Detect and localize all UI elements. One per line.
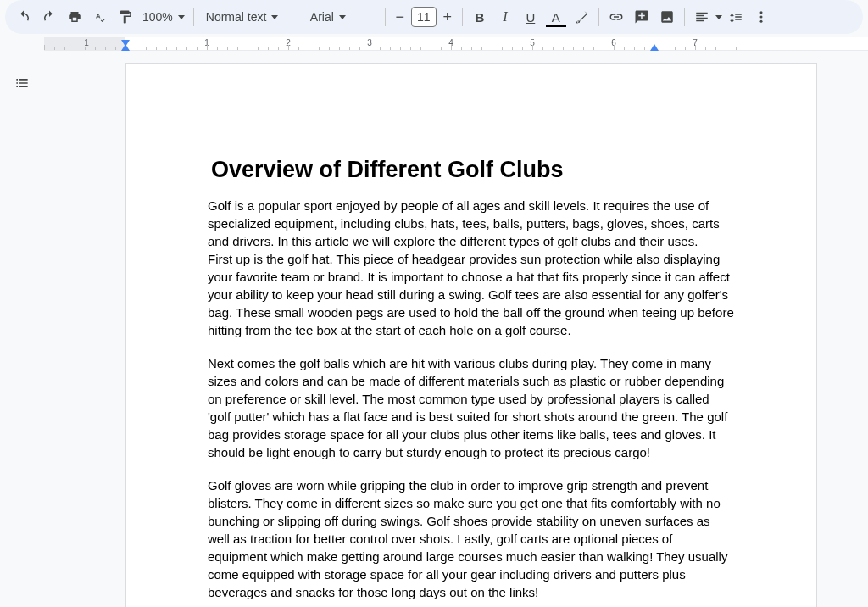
- ruler-tick: [54, 47, 55, 50]
- ruler-tick: [105, 47, 106, 50]
- ruler-tick: [410, 47, 411, 50]
- ruler-tick: [522, 47, 523, 50]
- toolbar: 100% Normal text Arial − + B I U A: [5, 0, 863, 34]
- paragraph[interactable]: Next comes the golf balls which are hit …: [208, 354, 735, 461]
- ruler-tick: [624, 47, 625, 50]
- font-size-input[interactable]: [411, 7, 437, 27]
- ruler-tick: [593, 47, 594, 50]
- chevron-down-icon: [339, 15, 346, 19]
- ruler-tick: [176, 47, 177, 50]
- zoom-value: 100%: [142, 10, 173, 24]
- spellcheck-button[interactable]: [88, 5, 112, 29]
- svg-point-1: [760, 16, 762, 19]
- paragraph-style-dropdown[interactable]: Normal text: [199, 10, 292, 24]
- ruler-tick: [258, 47, 259, 50]
- separator: [193, 8, 194, 26]
- separator: [298, 8, 298, 26]
- paragraph-style-value: Normal text: [206, 10, 267, 24]
- paint-format-button[interactable]: [114, 5, 137, 29]
- insert-link-button[interactable]: [604, 5, 628, 29]
- chevron-down-icon: [271, 15, 278, 19]
- document-title[interactable]: Overview of Different Golf Clubs: [211, 157, 735, 183]
- ruler-tick: [715, 47, 716, 50]
- paragraph[interactable]: Golf gloves are worn while gripping the …: [208, 476, 735, 601]
- redo-button[interactable]: [37, 5, 61, 29]
- insert-image-button[interactable]: [655, 5, 679, 29]
- underline-button[interactable]: U: [519, 5, 542, 29]
- zoom-dropdown[interactable]: 100%: [139, 10, 188, 24]
- ruler-tick: [665, 47, 665, 50]
- ruler-tick: [197, 47, 198, 50]
- document-body[interactable]: Golf is a popular sport enjoyed by peopl…: [208, 197, 735, 601]
- separator: [462, 8, 463, 26]
- ruler-tick: [85, 47, 86, 50]
- separator: [684, 8, 685, 26]
- ruler-tick: [736, 47, 737, 50]
- font-dropdown[interactable]: Arial: [303, 10, 380, 24]
- chevron-down-icon: [715, 15, 722, 19]
- ruler-tick: [186, 47, 187, 50]
- left-indent-marker[interactable]: [121, 44, 130, 51]
- bold-button[interactable]: B: [468, 5, 492, 29]
- left-rail: [0, 51, 44, 607]
- ruler-tick: [75, 47, 75, 50]
- document-outline-button[interactable]: [10, 71, 34, 95]
- ruler-tick: [675, 47, 676, 50]
- ruler-tick: [136, 47, 136, 50]
- ruler-tick: [146, 47, 147, 50]
- ruler-tick: [451, 45, 452, 50]
- chevron-down-icon: [178, 15, 185, 19]
- italic-button[interactable]: I: [493, 5, 517, 29]
- print-button[interactable]: [63, 5, 86, 29]
- line-spacing-button[interactable]: [724, 5, 748, 29]
- ruler-tick: [339, 47, 340, 50]
- ruler-tick: [400, 47, 401, 50]
- ruler-tick: [298, 47, 299, 50]
- paragraph[interactable]: Golf is a popular sport enjoyed by peopl…: [208, 197, 735, 339]
- ruler-tick: [166, 47, 167, 50]
- ruler-tick: [237, 47, 238, 50]
- ruler-tick: [248, 47, 248, 50]
- ruler-tick: [390, 47, 391, 50]
- ruler-tick: [156, 47, 157, 50]
- ruler-tick: [380, 47, 381, 50]
- page-area[interactable]: 16 + Overview of Different Golf Clubs Go…: [44, 51, 868, 607]
- more-button[interactable]: [749, 5, 773, 29]
- ruler-tick: [64, 47, 65, 50]
- increase-font-size-button[interactable]: +: [438, 7, 457, 27]
- font-value: Arial: [310, 10, 334, 24]
- ruler-tick: [431, 47, 431, 50]
- separator: [385, 8, 386, 26]
- undo-button[interactable]: [12, 5, 36, 29]
- ruler-tick: [44, 45, 45, 50]
- ruler-tick: [695, 45, 696, 50]
- align-dropdown[interactable]: [690, 5, 722, 29]
- font-size-stepper: − +: [391, 7, 457, 27]
- ruler[interactable]: 11234567: [44, 37, 868, 51]
- ruler-tick: [441, 47, 442, 50]
- ruler-tick: [268, 47, 269, 50]
- ruler-tick: [502, 47, 503, 50]
- add-comment-button[interactable]: [630, 5, 654, 29]
- ruler-tick: [319, 47, 320, 50]
- highlight-color-button[interactable]: [570, 5, 593, 29]
- ruler-tick: [542, 47, 543, 50]
- ruler-tick: [359, 47, 360, 50]
- decrease-font-size-button[interactable]: −: [391, 7, 409, 27]
- right-indent-marker[interactable]: [650, 44, 659, 51]
- ruler-tick: [95, 47, 96, 50]
- ruler-tick: [563, 47, 564, 50]
- ruler-tick: [461, 47, 462, 50]
- svg-point-0: [760, 11, 762, 14]
- ruler-tick: [207, 45, 208, 50]
- text-color-button[interactable]: A: [544, 5, 568, 29]
- ruler-tick: [604, 47, 604, 50]
- ruler-tick: [614, 45, 615, 50]
- align-icon: [690, 5, 714, 29]
- document-page[interactable]: Overview of Different Golf Clubs Golf is…: [125, 63, 817, 607]
- ruler-tick: [349, 47, 350, 50]
- ruler-tick: [532, 45, 533, 50]
- ruler-tick: [288, 45, 289, 50]
- ruler-tick: [512, 47, 513, 50]
- svg-point-2: [760, 20, 762, 23]
